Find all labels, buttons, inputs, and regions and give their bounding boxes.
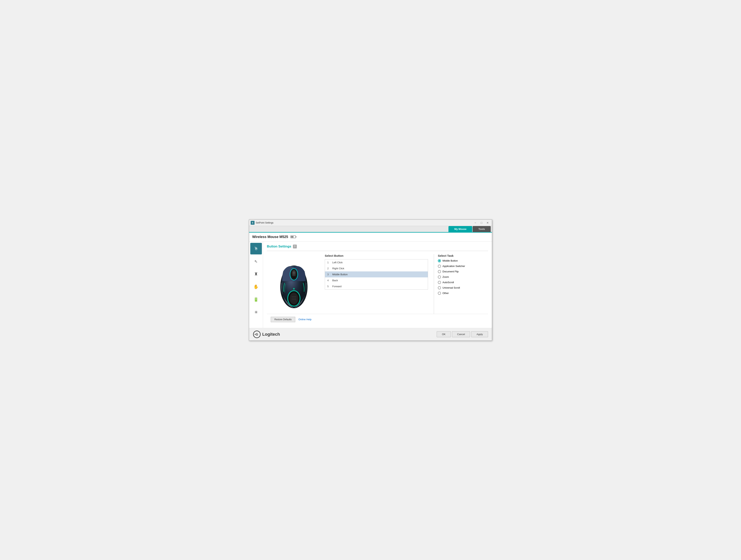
battery-icon (290, 236, 296, 238)
window-title: SetPoint Settings (256, 222, 273, 224)
svg-text:G: G (256, 333, 258, 336)
radio-label-universal-scroll: Universal Scroll (443, 286, 460, 289)
radio-doc-flip[interactable]: Document Flip (438, 270, 488, 273)
svg-point-14 (293, 288, 295, 290)
panel: Button Settings ? (263, 242, 492, 328)
svg-point-10 (290, 293, 298, 304)
cancel-button[interactable]: Cancel (452, 331, 470, 337)
panel-title: Button Settings (267, 245, 291, 248)
svg-text:‹: ‹ (281, 283, 281, 285)
device-header: Wireless Mouse M525 (249, 233, 492, 242)
radio-circle-zoom (438, 275, 441, 278)
logitech-brand-name: Logitech (262, 332, 280, 337)
mouse-image-column: ‹ › (267, 254, 321, 314)
title-bar-controls: − □ ✕ (473, 221, 490, 225)
sidebar-item-chess[interactable]: ♜ (250, 268, 262, 280)
button-list-item-2[interactable]: 2 Right Click (325, 265, 428, 271)
select-task-label: Select Task (438, 254, 488, 257)
button-list-item-1[interactable]: 1 Left Click (325, 259, 428, 265)
logitech-logo-icon: G (253, 330, 261, 338)
footer-buttons: OK Cancel Apply (437, 331, 488, 337)
apply-button[interactable]: Apply (471, 331, 488, 337)
radio-circle-other (438, 292, 441, 295)
tab-tools[interactable]: Tools (473, 226, 491, 232)
chess-icon: ♜ (254, 271, 258, 276)
btn-name-4: Back (332, 279, 338, 282)
radio-circle-middle-button (438, 259, 441, 262)
select-button-label: Select Button (325, 254, 428, 257)
more-icon: ✳ (254, 310, 258, 315)
online-help-link[interactable]: Online Help (298, 318, 312, 321)
radio-label-autoscroll: AutoScroll (443, 281, 454, 284)
sidebar-item-pointer[interactable]: ⇖ (250, 256, 262, 267)
logitech-logo: G Logitech (253, 330, 280, 338)
select-area: Select Button 1 Left Click 2 Right Click (325, 254, 488, 314)
content-area: Wireless Mouse M525 🖱 ⇖ ♜ ✋ (249, 233, 492, 328)
title-bar-left: S SetPoint Settings (251, 221, 273, 225)
svg-text:›: › (306, 283, 307, 285)
radio-autoscroll[interactable]: AutoScroll (438, 281, 488, 284)
btn-num-4: 4 (327, 279, 330, 282)
battery-sidebar-icon: 🔋 (253, 297, 259, 302)
mouse-illustration: ‹ › (275, 256, 313, 314)
btn-name-2: Right Click (332, 267, 344, 270)
radio-app-switcher[interactable]: Application Switcher (438, 265, 488, 268)
btn-num-5: 5 (327, 285, 330, 288)
radio-circle-autoscroll (438, 281, 441, 284)
main-content: 🖱 ⇖ ♜ ✋ 🔋 ✳ (249, 242, 492, 328)
sidebar-item-more[interactable]: ✳ (250, 307, 262, 318)
btn-num-1: 1 (327, 261, 330, 264)
device-name: Wireless Mouse M525 (252, 235, 288, 239)
tab-bar: My Mouse Tools (249, 226, 492, 233)
minimize-button[interactable]: − (473, 221, 478, 225)
radio-circle-doc-flip (438, 270, 441, 273)
two-col-layout: ‹ › (267, 254, 488, 314)
help-button[interactable]: ? (293, 245, 297, 248)
divider (267, 251, 488, 251)
button-select-section: Select Button 1 Left Click 2 Right Click (325, 254, 432, 314)
radio-zoom[interactable]: Zoom (438, 275, 488, 278)
sidebar: 🖱 ⇖ ♜ ✋ 🔋 ✳ (249, 242, 263, 328)
app-footer: G Logitech OK Cancel Apply (249, 328, 492, 340)
restore-defaults-button[interactable]: Restore Defaults (271, 317, 295, 322)
sidebar-item-gestures[interactable]: ✋ (250, 281, 262, 293)
title-bar: S SetPoint Settings − □ ✕ (249, 220, 492, 226)
main-window: S SetPoint Settings − □ ✕ My Mouse Tools… (249, 220, 492, 341)
maximize-button[interactable]: □ (479, 221, 484, 225)
tab-my-mouse[interactable]: My Mouse (449, 226, 472, 232)
task-section: Select Task Middle Button Application Sw… (434, 254, 488, 314)
radio-group: Middle Button Application Switcher Docum… (438, 259, 488, 295)
sidebar-item-battery[interactable]: 🔋 (250, 294, 262, 305)
gestures-icon: ✋ (253, 284, 259, 289)
panel-footer: Restore Defaults Online Help (267, 314, 488, 325)
button-list-item-5[interactable]: 5 Forward (325, 284, 428, 289)
radio-label-app-switcher: Application Switcher (443, 265, 465, 267)
radio-label-zoom: Zoom (443, 275, 449, 278)
battery-fill (291, 236, 293, 238)
radio-universal-scroll[interactable]: Universal Scroll (438, 286, 488, 289)
sidebar-item-buttons[interactable]: 🖱 (250, 243, 262, 254)
btn-name-3: Middle Button (332, 273, 348, 276)
btn-name-5: Forward (332, 285, 342, 288)
radio-label-other: Other (443, 292, 449, 295)
ok-button[interactable]: OK (437, 331, 451, 337)
button-list-item-4[interactable]: 4 Back (325, 277, 428, 284)
button-list-item-3[interactable]: 3 Middle Button (325, 271, 428, 277)
radio-label-middle-button: Middle Button (443, 259, 458, 262)
close-button[interactable]: ✕ (485, 221, 490, 225)
button-list: 1 Left Click 2 Right Click 3 Middle Butt… (325, 259, 428, 290)
radio-middle-button[interactable]: Middle Button (438, 259, 488, 262)
radio-label-doc-flip: Document Flip (443, 270, 459, 273)
pointer-icon: ⇖ (254, 259, 258, 264)
btn-num-2: 2 (327, 267, 330, 270)
panel-title-row: Button Settings ? (267, 245, 488, 248)
radio-other[interactable]: Other (438, 292, 488, 295)
btn-name-1: Left Click (332, 261, 342, 264)
mouse-icon: 🖱 (254, 246, 258, 251)
radio-circle-universal-scroll (438, 286, 441, 289)
app-icon: S (251, 221, 255, 225)
radio-circle-app-switcher (438, 265, 441, 268)
btn-num-3: 3 (327, 273, 330, 276)
